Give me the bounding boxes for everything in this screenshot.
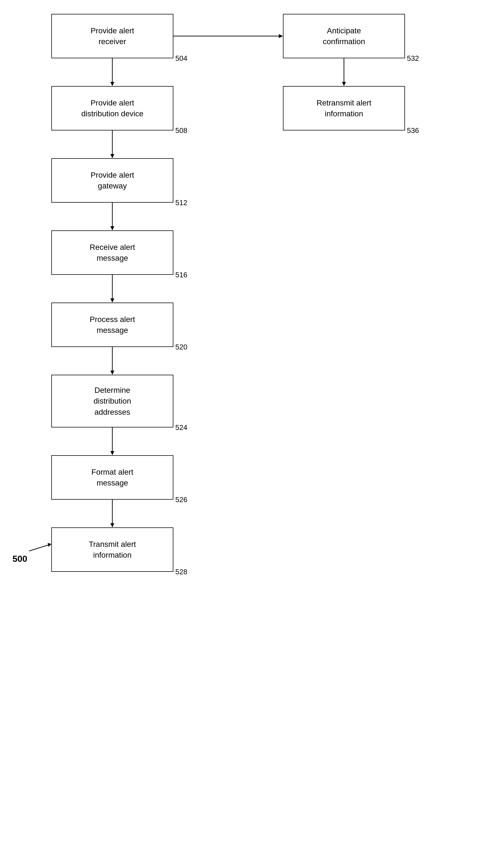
svg-marker-7 — [110, 298, 114, 302]
svg-marker-17 — [342, 82, 346, 86]
box-508: Provide alertdistribution device — [51, 86, 173, 131]
ref-508: 508 — [175, 126, 187, 135]
ref-524: 524 — [175, 423, 187, 432]
ref-528: 528 — [175, 568, 187, 576]
ref-516: 516 — [175, 271, 187, 279]
box-528: Transmit alertinformation — [51, 527, 173, 572]
ref-532: 532 — [407, 54, 419, 63]
svg-marker-9 — [110, 370, 114, 375]
box-526: Format alertmessage — [51, 455, 173, 500]
box-520: Process alertmessage — [51, 302, 173, 347]
ref-526: 526 — [175, 496, 187, 504]
box-512: Provide alertgateway — [51, 158, 173, 203]
figure-label-500: 500 — [13, 554, 27, 564]
svg-marker-11 — [110, 451, 114, 455]
diagram-container: Provide alertreceiver 504 Provide alertd… — [0, 0, 504, 848]
svg-marker-1 — [110, 82, 114, 86]
svg-marker-19 — [48, 543, 51, 547]
box-516: Receive alertmessage — [51, 230, 173, 275]
box-524: Determinedistributionaddresses — [51, 375, 173, 428]
svg-line-18 — [29, 544, 51, 551]
box-504: Provide alertreceiver — [51, 14, 173, 58]
ref-504: 504 — [175, 54, 187, 63]
box-536: Retransmit alertinformation — [283, 86, 405, 131]
svg-marker-13 — [110, 523, 114, 527]
svg-marker-3 — [110, 154, 114, 158]
svg-marker-5 — [110, 226, 114, 230]
box-532: Anticipateconfirmation — [283, 14, 405, 58]
svg-marker-15 — [279, 34, 283, 38]
ref-520: 520 — [175, 343, 187, 351]
ref-536: 536 — [407, 126, 419, 135]
ref-512: 512 — [175, 198, 187, 207]
